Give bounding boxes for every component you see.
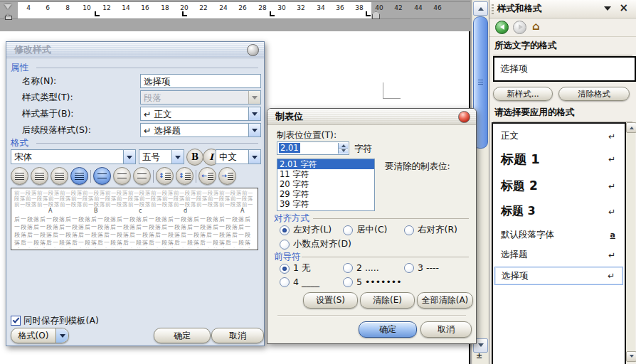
cancel-button[interactable]: 取消: [420, 321, 472, 338]
style-name-input[interactable]: 选择项: [140, 74, 261, 88]
divider: [36, 68, 258, 68]
tab-stop-item[interactable]: 39 字符: [277, 199, 374, 209]
tab-stop-item[interactable]: 2.01 字符: [277, 159, 374, 169]
preview-marker: B: [94, 208, 98, 214]
tab-stop-marker-29[interactable]: [270, 11, 275, 16]
modify-style-titlebar[interactable]: 修改样式: [6, 42, 264, 58]
dialog-title: 制表位: [275, 110, 303, 123]
ok-button[interactable]: 确定: [154, 328, 211, 343]
new-style-button[interactable]: 新样式...: [493, 87, 553, 101]
increase-indent-button[interactable]: →: [218, 167, 236, 185]
style-item-heading2[interactable]: 标题 2↵: [493, 173, 625, 199]
tab-position-input[interactable]: 2.01: [277, 141, 349, 155]
spin-down-button[interactable]: [339, 149, 348, 154]
tab-stop-marker-20[interactable]: [182, 11, 187, 16]
tab-stop-item[interactable]: 11 字符: [277, 169, 374, 179]
align-right-button[interactable]: [51, 167, 68, 185]
style-item-heading1[interactable]: 标题 1↵: [493, 146, 625, 173]
increase-paragraph-spacing-button[interactable]: ↕: [156, 167, 174, 185]
cancel-button[interactable]: 取消: [211, 328, 264, 343]
leader-heavy-dots-radio[interactable]: 5 •••••••: [343, 277, 402, 287]
align-left-button[interactable]: [11, 167, 28, 185]
decrease-indent-button[interactable]: ←: [198, 167, 216, 185]
save-to-template-checkbox[interactable]: [11, 316, 21, 326]
divider: [302, 257, 469, 257]
tab-stop-item[interactable]: 29 字符: [277, 189, 374, 199]
cancel-label: 取消: [438, 323, 455, 336]
set-button[interactable]: 设置(S): [303, 292, 358, 309]
close-icon[interactable]: ×: [619, 1, 628, 14]
leader-underline-radio[interactable]: 4 ____: [280, 277, 319, 287]
inactive-close-button[interactable]: [247, 44, 259, 56]
style-item-default-font[interactable]: 默认段落字体a: [493, 224, 625, 245]
clear-button[interactable]: 清除(E): [360, 292, 415, 309]
radio-icon: [343, 263, 353, 273]
scroll-up-button[interactable]: [626, 122, 636, 133]
drag-handle-icon[interactable]: [492, 4, 494, 14]
paragraph-mark-icon: ↵: [608, 154, 615, 164]
align-left-radio[interactable]: 左对齐(L): [280, 224, 332, 236]
current-style-box: 选择项: [493, 56, 636, 82]
scroll-down-button[interactable]: [626, 351, 636, 362]
ruler-number: 46: [432, 4, 443, 11]
chevron-down-icon[interactable]: [604, 6, 611, 14]
dropdown-arrow-icon[interactable]: [248, 150, 260, 164]
home-icon[interactable]: ⌂: [532, 20, 540, 33]
spacing-arrows-icon: ↕: [179, 173, 184, 179]
double-spacing-button[interactable]: [133, 167, 151, 185]
clear-format-button[interactable]: 清除格式: [558, 87, 630, 101]
pane-header[interactable]: 样式和格式 ×: [489, 0, 636, 18]
font-size-select[interactable]: 五号: [139, 149, 184, 164]
paragraph-mark-icon: ↵: [608, 132, 615, 141]
style-list-scrollbar[interactable]: [626, 122, 635, 363]
text-boundary-corner-mark: [383, 82, 401, 99]
tab-stop-marker-11[interactable]: [95, 11, 100, 16]
dropdown-arrow-icon[interactable]: [171, 150, 184, 164]
select-browse-object-icon[interactable]: ±: [476, 351, 482, 360]
tab-stop-item[interactable]: 20 字符: [277, 179, 374, 189]
style-item-xuanzeti[interactable]: 选择题↵: [493, 245, 625, 264]
bold-button[interactable]: B: [186, 149, 203, 166]
align-center-radio[interactable]: 居中(C): [343, 224, 387, 236]
style-item-normal[interactable]: 正文↵: [493, 127, 625, 146]
close-button[interactable]: [458, 111, 470, 123]
clear-all-button[interactable]: 全部清除(A): [417, 292, 473, 309]
align-center-button[interactable]: [31, 167, 48, 185]
tab-stop-list[interactable]: 2.01 字符 11 字符 20 字符 29 字符 39 字符: [277, 159, 375, 211]
left-indent-marker[interactable]: [5, 16, 12, 20]
format-menu-button[interactable]: 格式(O): [11, 328, 69, 343]
align-right-radio[interactable]: 右对齐(R): [404, 224, 457, 236]
dropdown-arrow-icon[interactable]: [248, 124, 260, 136]
following-style-select[interactable]: ↵ 选择题: [140, 123, 261, 137]
decrease-paragraph-spacing-button[interactable]: ↕: [176, 167, 194, 185]
single-spacing-button[interactable]: [93, 167, 111, 185]
format-menu-arrow-icon[interactable]: [55, 328, 68, 343]
dropdown-arrow-icon[interactable]: [248, 107, 260, 120]
leader-none-radio[interactable]: 1 无: [280, 262, 310, 274]
ok-button[interactable]: 确定: [359, 321, 417, 338]
spinner[interactable]: [338, 143, 348, 154]
leader-dots-radio[interactable]: 2 .....: [343, 262, 379, 273]
style-item-heading3[interactable]: 标题 3↵: [493, 199, 625, 224]
style-list[interactable]: 正文↵ 标题 1↵ 标题 2↵ 标题 3↵ 默认段落字体a 选择题↵ 选择项↵: [492, 122, 626, 364]
dropdown-arrow-icon[interactable]: [123, 150, 135, 164]
style-name: 默认段落字体: [501, 229, 554, 241]
leader-dashes-radio[interactable]: 3 ----: [404, 262, 439, 273]
language-select[interactable]: 中文: [216, 149, 261, 164]
scroll-up-button[interactable]: [473, 1, 488, 16]
tab-stops-titlebar[interactable]: 制表位: [267, 109, 476, 125]
one-half-spacing-button[interactable]: [113, 167, 131, 185]
font-name-select[interactable]: 宋体: [11, 149, 136, 164]
style-item-xuanzexiang-selected[interactable]: 选择项↵: [494, 267, 623, 285]
align-decimal-radio[interactable]: 小数点对齐(D): [280, 238, 351, 250]
style-name: 正文: [501, 130, 519, 142]
ruler-number: 20: [179, 4, 190, 11]
spin-up-button[interactable]: [339, 143, 348, 149]
tab-stop-marker-39[interactable]: [366, 11, 371, 16]
paragraph-format-toolbar: ↕ ↕ ← →: [11, 167, 236, 185]
back-button[interactable]: [495, 21, 509, 34]
paragraph-mark-icon: ↵: [608, 271, 615, 281]
forward-button[interactable]: [513, 21, 526, 34]
justify-button[interactable]: [70, 167, 88, 185]
based-on-select[interactable]: ↵ 正文: [140, 107, 261, 121]
